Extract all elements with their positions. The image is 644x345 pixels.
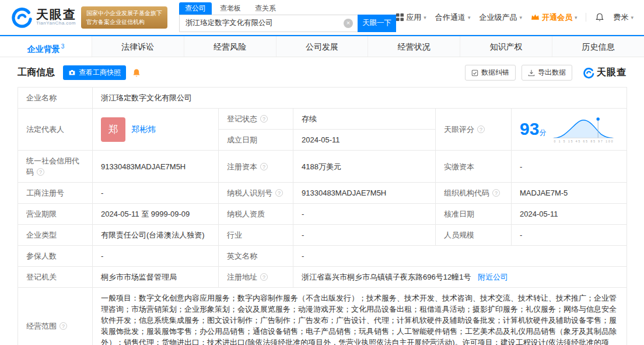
- search-input[interactable]: [179, 15, 358, 32]
- monitor-bell-icon[interactable]: [132, 68, 141, 78]
- label-taxpayer-qualification: 纳税人资质: [219, 204, 293, 225]
- label-staff-size: 人员规模: [436, 225, 512, 246]
- value-reg-authority: 桐乡市市场监督管理局: [93, 267, 219, 288]
- grid-icon: [396, 13, 404, 21]
- notification-bell[interactable]: [595, 13, 604, 22]
- view-snapshot-button[interactable]: 查看工商快照: [63, 65, 126, 80]
- search-button[interactable]: 天眼一下: [358, 15, 396, 32]
- nearby-companies-link[interactable]: 附近公司: [478, 273, 508, 281]
- tab-history[interactable]: 历史信息: [552, 36, 644, 57]
- search-tab-boss[interactable]: 查老板: [214, 2, 247, 15]
- nav-apps-label: 应用: [406, 12, 421, 23]
- tab-legal-proceedings[interactable]: 法律诉讼: [92, 36, 184, 57]
- tab-intellectual-property[interactable]: 知识产权: [460, 36, 552, 57]
- nav-enterprise-label: 企业级产品: [479, 12, 517, 23]
- value-reg-address: 浙江省嘉兴市桐乡市乌镇镇子夜东路696号12幢1号 附近公司: [293, 267, 627, 288]
- tab-company-development[interactable]: 公司发展: [276, 36, 369, 57]
- tianyancha-logo[interactable]: 天眼查 TianYanCha.com: [10, 6, 76, 29]
- header-nav: 应用 ▾ 合作通道 ▾ 企业级产品 ▾ 开通会员 ▾ 费米 ▾: [396, 12, 634, 23]
- score-distribution-chart: 0 1 5 15 45 65 85 97 100: [552, 114, 615, 145]
- label-company-type: 企业类型: [18, 225, 93, 246]
- label-legal-rep: 法定代表人: [18, 109, 93, 151]
- label-establish-date: 成立日期: [219, 130, 293, 151]
- value-establish-date: 2024-05-11: [293, 130, 436, 151]
- value-reg-no: -: [93, 183, 219, 204]
- nav-partner-label: 合作通道: [435, 12, 466, 23]
- certification-badge: 国家中小企业发展子基金旗下 官方备案企业征信机构: [81, 6, 167, 29]
- info-icon[interactable]: ?: [37, 168, 44, 176]
- legal-rep-avatar[interactable]: 郑: [101, 117, 125, 142]
- crown-icon: [531, 14, 540, 20]
- tab-company-background[interactable]: 企业背景3: [0, 36, 92, 57]
- info-icon[interactable]: ?: [492, 189, 500, 197]
- label-industry: 行业: [219, 225, 293, 246]
- info-icon[interactable]: ?: [275, 189, 283, 197]
- nav-apps[interactable]: 应用 ▾: [396, 12, 426, 23]
- table-row: 经营范围? 一般项目：数字文化创意内容应用服务；数字内容制作服务（不含出版发行）…: [18, 288, 627, 345]
- label-insured-count: 参保人数: [18, 246, 93, 267]
- info-icon[interactable]: ?: [260, 273, 268, 281]
- value-reg-capital: 4188万美元: [293, 151, 436, 183]
- label-business-term: 营业期限: [18, 204, 93, 225]
- value-paid-capital: -: [512, 151, 627, 183]
- chevron-down-icon: ▾: [468, 15, 471, 20]
- download-icon: [528, 69, 535, 76]
- nav-enterprise[interactable]: 企业级产品 ▾: [479, 12, 522, 23]
- brand-watermark: 天眼查: [583, 67, 626, 79]
- value-industry: -: [293, 225, 436, 246]
- value-business-term: 2024-05-11 至 9999-09-09: [93, 204, 219, 225]
- table-row: 营业期限 2024-05-11 至 9999-09-09 纳税人资质 - 核准日…: [18, 204, 627, 225]
- tab-business-status[interactable]: 经营状况: [368, 36, 460, 57]
- label-tyc-score: 天眼评分?: [436, 109, 512, 151]
- table-row: 企业名称 浙江珞定数字文化有限公司: [18, 88, 627, 109]
- clear-search-icon[interactable]: ×: [344, 19, 353, 28]
- section-title: 工商信息: [18, 67, 55, 79]
- tab-operational-risk[interactable]: 经营风险: [184, 36, 276, 57]
- label-taxpayer-no: 纳税人识别号?: [219, 183, 293, 204]
- camera-icon: [68, 69, 76, 76]
- chevron-down-icon: ▾: [519, 15, 522, 20]
- info-icon[interactable]: ?: [60, 322, 67, 330]
- label-business-scope: 经营范围?: [18, 288, 93, 345]
- label-reg-authority: 登记机关: [18, 267, 93, 288]
- logo-title: 天眼查: [36, 8, 76, 21]
- table-row: 参保人数 - 英文名称 -: [18, 246, 627, 267]
- badge-line1: 国家中小企业发展子基金旗下: [86, 9, 162, 18]
- label-english-name: 英文名称: [219, 246, 293, 267]
- value-staff-size: -: [512, 225, 627, 246]
- label-reg-status: 登记状态?: [219, 109, 293, 130]
- info-icon[interactable]: ?: [260, 115, 268, 123]
- score-axis-labels: 0 1 5 15 45 65 85 97 100: [554, 140, 613, 142]
- data-correction-button[interactable]: 数据纠错: [465, 65, 516, 81]
- value-org-code: MADJAE7M-5: [512, 183, 627, 204]
- search-tab-relation[interactable]: 查关系: [249, 2, 282, 15]
- value-tyc-score: 93分 0 1 5 15 45 65 85 97 100: [512, 109, 627, 151]
- user-menu[interactable]: 费米 ▾: [613, 12, 634, 23]
- label-reg-no: 工商注册号: [18, 183, 93, 204]
- table-row: 企业类型 有限责任公司(台港澳法人独资) 行业 - 人员规模 -: [18, 225, 627, 246]
- value-credit-code: 91330483MADJAE7M5H: [93, 151, 219, 183]
- tab-count-badge: 3: [61, 43, 65, 50]
- info-icon[interactable]: ?: [477, 126, 485, 133]
- nav-upgrade-vip[interactable]: 开通会员 ▾: [531, 12, 578, 23]
- nav-divider: [586, 13, 586, 22]
- search-tab-company[interactable]: 查公司: [179, 2, 212, 15]
- chevron-down-icon: ▾: [575, 15, 578, 20]
- brand-name: 天眼查: [597, 67, 626, 79]
- bell-icon: [595, 13, 604, 22]
- search-tabs: 查公司 查老板 查关系: [179, 3, 396, 15]
- table-row: 工商注册号 - 纳税人识别号? 91330483MADJAE7M5H 组织机构代…: [18, 183, 627, 204]
- badge-line2: 官方备案企业征信机构: [86, 18, 162, 26]
- nav-partner[interactable]: 合作通道 ▾: [435, 12, 471, 23]
- info-icon[interactable]: ?: [260, 163, 268, 170]
- table-row: 统一社会信用代码? 91330483MADJAE7M5H 注册资本? 4188万…: [18, 151, 627, 183]
- export-data-button[interactable]: 导出数据: [522, 65, 572, 81]
- business-info-toolbar: 工商信息 查看工商快照 数据纠错 导出数据: [18, 65, 626, 81]
- table-row: 法定代表人 郑 郑彬炜 登记状态? 存续 天眼评分? 93分: [18, 109, 627, 130]
- value-approval-date: 2024-05-11: [512, 204, 627, 225]
- logo-subtitle: TianYanCha.com: [36, 21, 76, 26]
- legal-rep-name-link[interactable]: 郑彬炜: [131, 124, 156, 135]
- score-unit: 分: [539, 128, 546, 137]
- label-approval-date: 核准日期: [436, 204, 512, 225]
- nav-vip-label: 开通会员: [542, 12, 572, 23]
